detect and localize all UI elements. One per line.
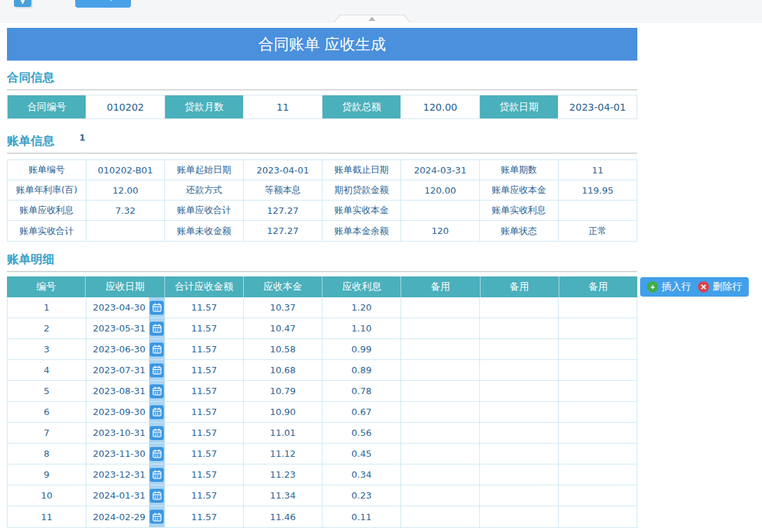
insert-row-label: 插入行 (662, 281, 691, 293)
calendar-icon[interactable] (150, 301, 164, 315)
detail-cell-spare (401, 318, 480, 338)
detail-cell-spare (480, 297, 559, 318)
contract-field-label: 合同编号 (8, 95, 86, 118)
contract-section-title: 合同信息 (7, 70, 637, 91)
bill-info-row: 账单编号010202-B01账单起始日期2023-04-01账单截止日期2024… (8, 160, 637, 180)
detail-cell-total: 11.57 (165, 339, 244, 359)
detail-cell-spare (480, 464, 559, 485)
detail-cell-date[interactable]: 2023-04-30 (86, 297, 165, 318)
contract-field-value: 010202 (86, 95, 165, 118)
page-title: 合同账单 应收生成 (7, 28, 637, 61)
delete-row-button[interactable]: ✕ 删除行 (691, 277, 749, 297)
detail-row: 42023-07-3111.5710.680.89 (8, 360, 637, 381)
detail-cell-no: 3 (8, 339, 86, 359)
detail-cell-date[interactable]: 2023-05-31 (86, 318, 165, 338)
detail-row: 72023-10-3111.5711.010.56 (8, 423, 637, 444)
detail-cell-spare (559, 444, 637, 464)
detail-cell-date[interactable]: 2023-07-31 (86, 360, 165, 380)
detail-cell-spare (559, 381, 637, 401)
detail-cell-date[interactable]: 2024-02-29 (86, 506, 165, 527)
bill-info-cell: 等额本息 (244, 180, 322, 200)
detail-cell-date[interactable]: 2023-09-30 (86, 402, 165, 422)
bill-info-row: 账单年利率(百)12.00还款方式等额本息期初贷款金额120.00账单应收本金1… (8, 180, 637, 201)
detail-row: 62023-09-3011.5710.900.67 (8, 402, 637, 423)
calendar-icon[interactable] (150, 384, 164, 398)
x-icon: ✕ (698, 281, 709, 292)
detail-cell-spare (401, 444, 480, 464)
detail-cell-spare (480, 506, 559, 527)
calendar-strip (149, 360, 164, 380)
bill-info-cell (559, 201, 637, 220)
detail-cell-date[interactable]: 2023-06-30 (86, 339, 165, 359)
detail-cell-no: 11 (8, 506, 86, 527)
date-value: 2024-02-29 (93, 512, 146, 522)
detail-cell-date[interactable]: 2023-10-31 (86, 423, 165, 443)
detail-cell-principal: 11.23 (244, 464, 322, 485)
query-button[interactable]: 查询 (75, 0, 131, 8)
detail-cell-total: 11.57 (165, 464, 244, 485)
calendar-strip (149, 464, 164, 485)
detail-header-row: 编号应收日期合计应收金额应收本金应收利息备用备用备用 (7, 276, 637, 297)
contract-field-label: 贷款日期 (480, 95, 559, 118)
bill-info-cell: 120.00 (401, 180, 480, 200)
bill-info-cell: 11 (559, 160, 637, 180)
calendar-icon[interactable] (150, 405, 164, 419)
collapse-panel-handle[interactable] (333, 15, 411, 23)
calendar-icon[interactable] (150, 489, 164, 503)
detail-cell-no: 2 (8, 318, 86, 338)
top-toolbar: ▼ 查询 (0, 0, 762, 23)
detail-cell-spare (401, 402, 480, 422)
detail-cell-interest: 0.11 (322, 506, 401, 527)
detail-cell-spare (480, 360, 559, 380)
calendar-icon[interactable] (150, 510, 164, 524)
bill-info-cell: 127.27 (244, 221, 322, 241)
bill-info-cell: 期初贷款金额 (322, 180, 401, 200)
detail-cell-interest: 1.20 (322, 297, 401, 318)
detail-cell-spare (401, 360, 480, 380)
calendar-icon[interactable] (150, 363, 164, 377)
calendar-strip (149, 339, 164, 359)
detail-cell-no: 10 (8, 485, 86, 506)
contract-field-value: 11 (244, 95, 322, 118)
contract-info-row: 合同编号010202贷款月数11贷款总额120.00贷款日期2023-04-01 (7, 95, 637, 119)
insert-row-button[interactable]: + 插入行 (640, 277, 698, 297)
bill-info-cell: 账单截止日期 (322, 160, 401, 180)
detail-cell-spare (559, 297, 637, 318)
detail-header-cell: 应收利息 (322, 276, 401, 297)
detail-cell-spare (559, 318, 637, 338)
detail-row: 82023-11-3011.5711.120.45 (8, 444, 637, 464)
detail-cell-date[interactable]: 2023-11-30 (86, 444, 165, 464)
date-value: 2023-06-30 (93, 344, 146, 354)
detail-header-cell: 编号 (7, 276, 86, 297)
detail-cell-total: 11.57 (165, 402, 244, 422)
bill-info-cell: 账单应收利息 (8, 201, 86, 220)
bill-section-title-text: 账单信息 (7, 134, 54, 148)
detail-cell-date[interactable]: 2023-08-31 (86, 381, 165, 401)
detail-cell-principal: 10.79 (244, 381, 322, 401)
detail-cell-date[interactable]: 2023-12-31 (86, 464, 165, 485)
bill-info-cell: 还款方式 (165, 180, 244, 200)
calendar-icon[interactable] (150, 322, 164, 336)
bill-info-cell: 账单应收本金 (480, 180, 559, 200)
detail-header-cell: 备用 (401, 276, 480, 297)
calendar-icon[interactable] (150, 468, 164, 482)
detail-cell-interest: 0.78 (322, 381, 401, 401)
detail-cell-interest: 0.89 (322, 360, 401, 380)
calendar-icon[interactable] (150, 343, 164, 357)
calendar-icon[interactable] (150, 447, 164, 461)
detail-cell-spare (559, 402, 637, 422)
detail-cell-no: 6 (8, 402, 86, 422)
detail-cell-interest: 0.56 (322, 423, 401, 443)
detail-cell-interest: 0.99 (322, 339, 401, 359)
contract-section-title-text: 合同信息 (7, 70, 54, 84)
chevron-down-icon[interactable]: ▼ (14, 0, 31, 7)
bill-info-cell: 7.32 (86, 201, 165, 220)
detail-section-title: 账单明细 (7, 251, 637, 272)
detail-cell-date[interactable]: 2024-01-31 (86, 485, 165, 506)
detail-cell-spare (480, 444, 559, 464)
calendar-icon[interactable] (150, 426, 164, 440)
date-value: 2023-07-31 (93, 365, 146, 375)
detail-cell-spare (401, 423, 480, 443)
detail-row: 32023-06-3011.5710.580.99 (8, 339, 637, 360)
bill-info-row: 账单应收利息7.32账单应收合计127.27账单实收本金账单实收利息 (8, 201, 637, 221)
